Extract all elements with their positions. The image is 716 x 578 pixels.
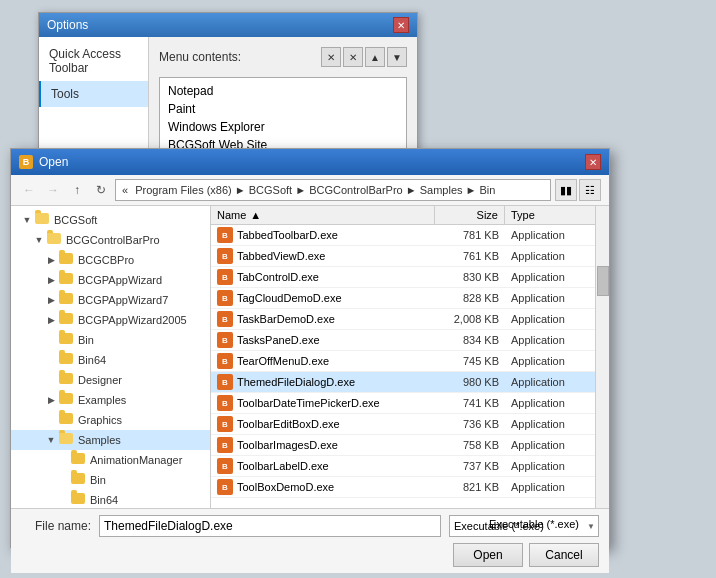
tree-item-animationmanager[interactable]: AnimationManager xyxy=(11,450,210,470)
folder-icon-bin64 xyxy=(59,353,75,367)
file-row-8[interactable]: BToolbarDateTimePickerD.exe 741 KB Appli… xyxy=(211,393,595,414)
list-view-button[interactable]: ☷ xyxy=(579,179,601,201)
folder-icon-bcgpappwizard xyxy=(59,273,75,287)
tree-label-animationmanager: AnimationManager xyxy=(90,454,182,466)
file-row-7[interactable]: BThemedFileDialogD.exe 980 KB Applicatio… xyxy=(211,372,595,393)
filename-label: File name: xyxy=(21,519,91,533)
toolbar-up-btn[interactable]: ▲ xyxy=(365,47,385,67)
tree-panel[interactable]: ▼ BCGSoft ▼ BCGControlBarPro ▶ BCGCBPro … xyxy=(11,206,211,508)
tree-label-bcgpappwizard7: BCGPAppWizard7 xyxy=(78,294,168,306)
tree-toggle-bcgpappwizard7[interactable]: ▶ xyxy=(43,292,59,308)
col-type[interactable]: Type xyxy=(505,206,595,224)
file-size-6: 745 KB xyxy=(435,353,505,369)
file-name-4: BTaskBarDemoD.exe xyxy=(211,309,435,329)
breadcrumb-text: Program Files (x86) ► BCGSoft ► BCGContr… xyxy=(135,184,495,196)
file-size-8: 741 KB xyxy=(435,395,505,411)
exe-icon-7: B xyxy=(217,374,233,390)
nav-back-button[interactable]: ← xyxy=(19,180,39,200)
filetype-select[interactable]: Executable (*.exe) xyxy=(449,515,599,537)
tree-item-bcgsoft[interactable]: ▼ BCGSoft xyxy=(11,210,210,230)
file-name-5: BTasksPaneD.exe xyxy=(211,330,435,350)
file-row-4[interactable]: BTaskBarDemoD.exe 2,008 KB Application xyxy=(211,309,595,330)
file-row-1[interactable]: BTabbedViewD.exe 761 KB Application xyxy=(211,246,595,267)
tree-toggle-bcgpappwizard[interactable]: ▶ xyxy=(43,272,59,288)
file-panel[interactable]: Name ▲ Size Type BTabbedToolbarD.exe 781… xyxy=(211,206,595,508)
file-type-12: Application xyxy=(505,479,595,495)
sidebar-item-tools[interactable]: Tools xyxy=(39,81,148,107)
filename-row: File name: Executable (*.exe) Executable… xyxy=(21,515,599,537)
tree-toggle-bcgcbpro[interactable]: ▶ xyxy=(43,252,59,268)
tree-toggle-samples-bin64 xyxy=(55,492,71,508)
file-type-8: Application xyxy=(505,395,595,411)
tree-toggle-designer xyxy=(43,372,59,388)
tree-item-examples[interactable]: ▶ Examples xyxy=(11,390,210,410)
tree-toggle-graphics xyxy=(43,412,59,428)
file-size-11: 737 KB xyxy=(435,458,505,474)
col-name[interactable]: Name ▲ xyxy=(211,206,435,224)
tree-item-graphics[interactable]: Graphics xyxy=(11,410,210,430)
toolbar-remove-btn[interactable]: ✕ xyxy=(343,47,363,67)
tree-toggle-bcgcontrolbarpro[interactable]: ▼ xyxy=(31,232,47,248)
menu-item-paint[interactable]: Paint xyxy=(164,100,402,118)
file-row-6[interactable]: BTearOffMenuD.exe 745 KB Application xyxy=(211,351,595,372)
file-row-9[interactable]: BToolbarEditBoxD.exe 736 KB Application xyxy=(211,414,595,435)
exe-icon-2: B xyxy=(217,269,233,285)
open-title: Open xyxy=(39,155,68,169)
tree-toggle-samples[interactable]: ▼ xyxy=(43,432,59,448)
file-type-1: Application xyxy=(505,248,595,264)
breadcrumb-part1: « xyxy=(122,184,128,196)
tree-label-bin64: Bin64 xyxy=(78,354,106,366)
file-name-6: BTearOffMenuD.exe xyxy=(211,351,435,371)
breadcrumb[interactable]: « Program Files (x86) ► BCGSoft ► BCGCon… xyxy=(115,179,551,201)
tree-item-samples-bin[interactable]: Bin xyxy=(11,470,210,490)
menu-item-notepad[interactable]: Notepad xyxy=(164,82,402,100)
col-size[interactable]: Size xyxy=(435,206,505,224)
file-row-5[interactable]: BTasksPaneD.exe 834 KB Application xyxy=(211,330,595,351)
open-dialog: B Open ✕ ← → ↑ ↻ « Program Files (x86) ►… xyxy=(10,148,610,548)
toolbar-delete-btn[interactable]: ✕ xyxy=(321,47,341,67)
toolbar-down-btn[interactable]: ▼ xyxy=(387,47,407,67)
tree-toggle-bcgpappwizard2005[interactable]: ▶ xyxy=(43,312,59,328)
tree-item-bcgcbpro[interactable]: ▶ BCGCBPro xyxy=(11,250,210,270)
file-row-12[interactable]: BToolBoxDemoD.exe 821 KB Application xyxy=(211,477,595,498)
scrollbar-thumb[interactable] xyxy=(597,266,609,296)
open-close-button[interactable]: ✕ xyxy=(585,154,601,170)
tree-label-designer: Designer xyxy=(78,374,122,386)
options-close-button[interactable]: ✕ xyxy=(393,17,409,33)
nav-up-button[interactable]: ↑ xyxy=(67,180,87,200)
open-button[interactable]: Open xyxy=(453,543,523,567)
tree-item-samples-bin64[interactable]: Bin64 xyxy=(11,490,210,508)
tree-item-bcgcontrolbarpro[interactable]: ▼ BCGControlBarPro xyxy=(11,230,210,250)
file-size-2: 830 KB xyxy=(435,269,505,285)
menu-item-windows-explorer[interactable]: Windows Explorer xyxy=(164,118,402,136)
tree-item-designer[interactable]: Designer xyxy=(11,370,210,390)
file-type-11: Application xyxy=(505,458,595,474)
file-row-11[interactable]: BToolbarLabelD.exe 737 KB Application xyxy=(211,456,595,477)
tree-item-bcgpappwizard[interactable]: ▶ BCGPAppWizard xyxy=(11,270,210,290)
tree-item-bin64[interactable]: Bin64 xyxy=(11,350,210,370)
tree-toggle-bcgsoft[interactable]: ▼ xyxy=(19,212,35,228)
tree-toggle-examples[interactable]: ▶ xyxy=(43,392,59,408)
exe-icon-10: B xyxy=(217,437,233,453)
tree-item-bcgpappwizard7[interactable]: ▶ BCGPAppWizard7 xyxy=(11,290,210,310)
filename-input[interactable] xyxy=(99,515,441,537)
tree-item-bin[interactable]: Bin xyxy=(11,330,210,350)
nav-forward-button[interactable]: → xyxy=(43,180,63,200)
sidebar-item-quick-access[interactable]: Quick Access Toolbar xyxy=(39,41,148,81)
scrollbar-track[interactable] xyxy=(595,206,609,508)
dialog-buttons: Open Cancel xyxy=(21,543,599,567)
file-type-10: Application xyxy=(505,437,595,453)
file-row-0[interactable]: BTabbedToolbarD.exe 781 KB Application xyxy=(211,225,595,246)
file-row-3[interactable]: BTagCloudDemoD.exe 828 KB Application xyxy=(211,288,595,309)
menu-contents-label: Menu contents: xyxy=(159,50,241,64)
folder-view-button[interactable]: ▮▮ xyxy=(555,179,577,201)
folder-icon-graphics xyxy=(59,413,75,427)
tree-item-bcgpappwizard2005[interactable]: ▶ BCGPAppWizard2005 xyxy=(11,310,210,330)
file-name-1: BTabbedViewD.exe xyxy=(211,246,435,266)
file-row-2[interactable]: BTabControlD.exe 830 KB Application xyxy=(211,267,595,288)
cancel-button[interactable]: Cancel xyxy=(529,543,599,567)
nav-refresh-button[interactable]: ↻ xyxy=(91,180,111,200)
file-size-1: 761 KB xyxy=(435,248,505,264)
file-row-10[interactable]: BToolbarImagesD.exe 758 KB Application xyxy=(211,435,595,456)
tree-item-samples[interactable]: ▼ Samples xyxy=(11,430,210,450)
